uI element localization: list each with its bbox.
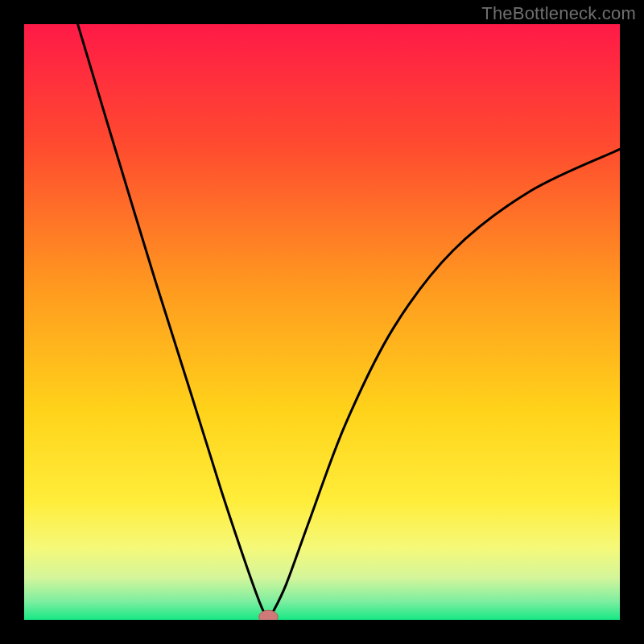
- minimum-marker: [259, 610, 279, 620]
- plot-area: [24, 24, 620, 620]
- watermark-text: TheBottleneck.com: [481, 3, 636, 24]
- gradient-background: [24, 24, 620, 620]
- chart-frame: TheBottleneck.com: [0, 0, 644, 644]
- plot-svg: [24, 24, 620, 620]
